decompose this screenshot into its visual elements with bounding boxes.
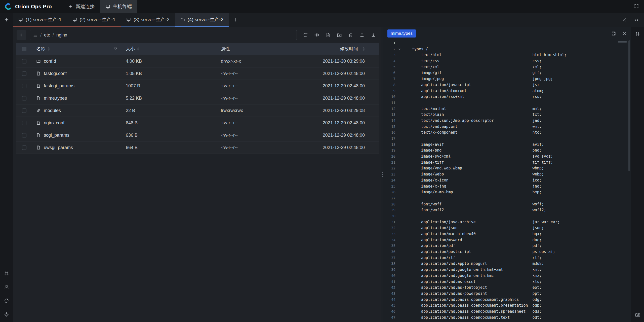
code-line[interactable]: 24 image/x-iconico; <box>383 177 631 184</box>
fold-chevron-icon[interactable] <box>395 303 403 309</box>
session-tab[interactable]: (3) server-生产-2 <box>121 13 175 27</box>
fold-chevron-icon[interactable] <box>395 171 403 177</box>
code-line[interactable]: 6 image/gifgif; <box>383 70 631 76</box>
table-row[interactable]: nginx.conf 648 B -rw-r--r-- 2021-12-29 0… <box>16 117 379 129</box>
fold-chevron-icon[interactable] <box>395 261 403 267</box>
add-icon[interactable] <box>4 17 9 22</box>
menu-item-new-connection[interactable]: 新建连接 <box>63 0 100 13</box>
row-checkbox[interactable] <box>22 121 26 125</box>
code-line[interactable]: 47 application/vnd.oasis.opendocument.te… <box>383 315 631 321</box>
table-row[interactable]: conf.d 4.00 KB drwxr-xr-x 2021-12-30 03:… <box>16 55 379 67</box>
code-line[interactable]: 22 image/vnd.wap.wbmpwbmp; <box>383 165 631 171</box>
fold-chevron-icon[interactable] <box>395 46 403 52</box>
fold-chevron-icon[interactable] <box>395 231 403 237</box>
code-line[interactable]: 31 application/java-archivejar war ear; <box>383 219 631 225</box>
code-line[interactable]: 20 image/svg+xmlsvg svgz; <box>383 154 631 160</box>
row-checkbox[interactable] <box>22 71 26 76</box>
column-header-mtime[interactable]: 修改时间 <box>271 46 379 52</box>
breadcrumb-item[interactable]: etc <box>44 32 50 38</box>
sort-carets-icon[interactable] <box>48 47 50 51</box>
list-icon[interactable] <box>33 33 38 38</box>
file-name-cell[interactable]: nginx.conf <box>33 120 122 126</box>
file-name-cell[interactable]: uwsgi_params <box>33 145 122 150</box>
fold-chevron-icon[interactable] <box>395 184 403 190</box>
code-line[interactable]: 3 text/htmlhtml htm shtml; <box>383 52 631 58</box>
fold-chevron-icon[interactable] <box>395 177 403 184</box>
editor-scrollbar[interactable] <box>628 40 630 171</box>
fold-chevron-icon[interactable] <box>395 297 403 303</box>
sort-carets-icon[interactable] <box>363 47 365 51</box>
fold-chevron-icon[interactable] <box>395 160 403 166</box>
fold-chevron-icon[interactable] <box>395 142 403 148</box>
refresh-icon[interactable] <box>303 32 308 38</box>
sort-carets-icon[interactable] <box>137 47 139 51</box>
code-line[interactable]: 44 application/vnd.oasis.opendocument.gr… <box>383 297 631 303</box>
code-line[interactable]: 46 application/vnd.oasis.opendocument.sp… <box>383 309 631 315</box>
code-line[interactable]: 40 application/vnd.google-earth.kmzkmz; <box>383 273 631 279</box>
fold-chevron-icon[interactable] <box>395 273 403 279</box>
code-line[interactable]: 18 image/avifavif; <box>383 142 631 148</box>
file-name-cell[interactable]: fastcgi.conf <box>33 71 122 76</box>
upload-icon[interactable] <box>359 32 365 38</box>
fold-chevron-icon[interactable] <box>395 52 403 58</box>
code-line[interactable]: 26 image/x-ms-bmpbmp; <box>383 189 631 195</box>
filter-funnel-icon[interactable] <box>113 47 118 51</box>
table-row[interactable]: scgi_params 636 B -rw-r--r-- 2021-12-29 … <box>16 129 379 141</box>
fold-chevron-icon[interactable] <box>395 309 403 315</box>
code-line[interactable]: 30 <box>383 213 631 219</box>
close-editor-icon[interactable] <box>622 31 627 36</box>
code-line[interactable]: 16 text/x-componenthtc; <box>383 130 631 136</box>
open-file-tab[interactable]: mime.types <box>387 29 416 38</box>
fold-chevron-icon[interactable] <box>395 70 403 76</box>
session-tab[interactable]: (4) server-生产-2 <box>175 13 229 27</box>
file-name-cell[interactable]: modules <box>33 108 122 113</box>
code-line[interactable]: 32 application/jsonjson; <box>383 225 631 231</box>
fold-chevron-icon[interactable] <box>395 207 403 213</box>
fold-chevron-icon[interactable] <box>395 219 403 225</box>
code-line[interactable]: 2 types { <box>383 46 631 52</box>
code-line[interactable]: 27 <box>383 195 631 201</box>
fold-chevron-icon[interactable] <box>395 165 403 171</box>
fold-chevron-icon[interactable] <box>395 225 403 231</box>
fold-chevron-icon[interactable] <box>395 237 403 243</box>
fold-chevron-icon[interactable] <box>395 88 403 94</box>
code-area[interactable]: 1 2 <box>383 40 631 322</box>
code-line[interactable]: 28 font/woffwoff; <box>383 201 631 207</box>
row-checkbox[interactable] <box>22 96 26 100</box>
fold-chevron-icon[interactable] <box>395 148 403 154</box>
menu-item-host-terminal[interactable]: 主机终端 <box>100 0 137 13</box>
fold-chevron-icon[interactable] <box>395 94 403 100</box>
fold-chevron-icon[interactable] <box>395 255 403 261</box>
fold-chevron-icon[interactable] <box>395 100 403 106</box>
code-line[interactable]: 34 application/msworddoc; <box>383 237 631 243</box>
fold-chevron-icon[interactable] <box>395 136 403 142</box>
fold-chevron-icon[interactable] <box>395 243 403 249</box>
fold-chevron-icon[interactable] <box>395 40 403 46</box>
code-line[interactable]: 38 application/vnd.apple.mpegurlm3u8; <box>383 261 631 267</box>
fold-chevron-icon[interactable] <box>395 267 403 273</box>
new-folder-icon[interactable] <box>337 32 342 38</box>
session-tab[interactable]: (1) server-生产-1 <box>13 13 67 27</box>
row-checkbox[interactable] <box>22 133 26 137</box>
preview-eye-icon[interactable] <box>314 32 319 38</box>
code-line[interactable]: 36 application/postscriptps eps ai; <box>383 249 631 255</box>
code-line[interactable]: 14 text/vnd.sun.j2me.app-descriptorjad; <box>383 118 631 124</box>
row-checkbox[interactable] <box>22 59 26 63</box>
session-tab[interactable]: (2) server-生产-1 <box>67 13 121 27</box>
fold-chevron-icon[interactable] <box>395 82 403 88</box>
column-header-name[interactable]: 名称 <box>33 46 122 52</box>
file-name-cell[interactable]: conf.d <box>33 59 122 64</box>
code-line[interactable]: 41 application/vnd.ms-excelxls; <box>383 279 631 285</box>
code-line[interactable]: 7 image/jpegjpeg jpg; <box>383 76 631 82</box>
sort-switch-icon[interactable] <box>635 31 640 37</box>
code-line[interactable]: 5 text/xmlxml; <box>383 64 631 70</box>
save-icon[interactable] <box>611 31 616 36</box>
fold-chevron-icon[interactable] <box>395 76 403 82</box>
row-checkbox[interactable] <box>22 109 26 113</box>
editor-hscrollbar[interactable] <box>618 41 627 43</box>
code-line[interactable]: 29 font/woff2woff2; <box>383 207 631 213</box>
row-checkbox[interactable] <box>22 146 26 150</box>
code-line[interactable]: 4 text/csscss; <box>383 58 631 64</box>
code-line[interactable]: 35 application/pdfpdf; <box>383 243 631 249</box>
command-icon[interactable] <box>4 271 9 276</box>
